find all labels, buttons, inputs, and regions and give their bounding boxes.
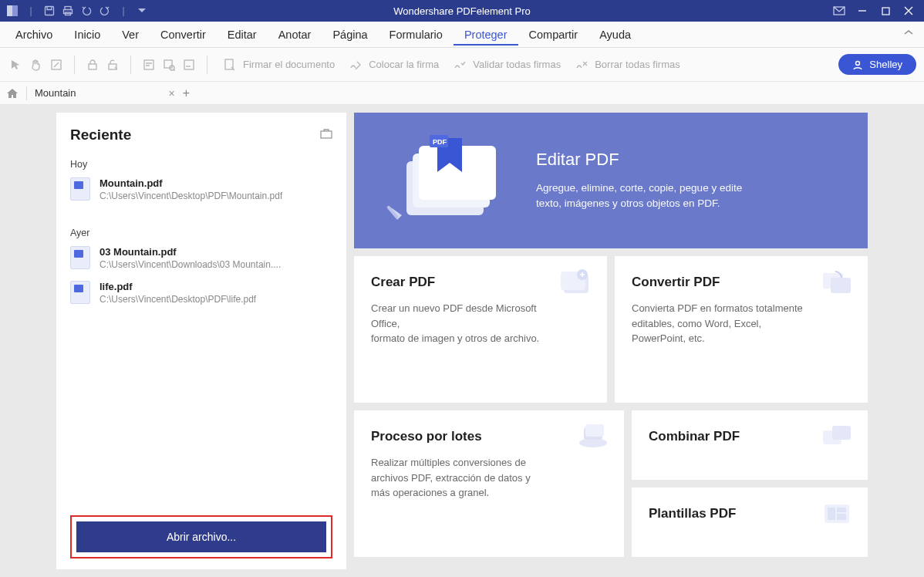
menu-formulario[interactable]: Formulario bbox=[379, 24, 454, 46]
yesterday-label: Ayer bbox=[70, 228, 332, 238]
svg-rect-33 bbox=[832, 426, 851, 440]
user-icon bbox=[852, 59, 863, 70]
svg-rect-31 bbox=[585, 424, 604, 437]
menu-compartir[interactable]: Compartir bbox=[518, 24, 589, 46]
menu-archivo[interactable]: Archivo bbox=[5, 24, 63, 46]
menu-pagina[interactable]: Página bbox=[322, 24, 378, 46]
templates-icon bbox=[820, 500, 854, 528]
new-tab-icon[interactable]: + bbox=[183, 86, 190, 100]
menu-ayuda[interactable]: Ayuda bbox=[588, 24, 642, 46]
validate-signatures-button[interactable]: Validar todas firmas bbox=[447, 56, 565, 73]
create-pdf-icon bbox=[559, 268, 593, 296]
place-signature-label: Colocar la firma bbox=[369, 59, 439, 70]
clear-label: Borrar todas firmas bbox=[595, 59, 680, 70]
menu-anotar[interactable]: Anotar bbox=[268, 24, 322, 46]
card-title: Crear PDF bbox=[371, 275, 590, 290]
convert-pdf-card[interactable]: Convertir PDF Convierta PDF en formatos … bbox=[615, 256, 868, 403]
today-label: Hoy bbox=[70, 159, 332, 170]
home-content: Reciente Hoy Mountain.pdf C:\Users\Vince… bbox=[0, 105, 924, 577]
card-title: Proceso por lotes bbox=[371, 429, 607, 444]
batch-icon bbox=[576, 423, 610, 450]
tab-close-icon[interactable]: × bbox=[168, 87, 174, 100]
recent-heading: Reciente bbox=[70, 127, 332, 143]
save-icon[interactable] bbox=[43, 5, 56, 17]
menu-inicio[interactable]: Inicio bbox=[63, 24, 111, 46]
redact-icon[interactable] bbox=[140, 56, 157, 73]
recent-file-item[interactable]: life.pdf C:\Users\Vincent\Desktop\PDF\li… bbox=[70, 281, 332, 305]
card-desc: Crear un nuevo PDF desde Microsoft Offic… bbox=[371, 301, 548, 346]
hand-tool-icon[interactable] bbox=[28, 56, 45, 73]
svg-text:PDF: PDF bbox=[433, 138, 447, 146]
recent-file-item[interactable]: 03 Mountain.pdf C:\Users\Vincent\Downloa… bbox=[70, 246, 332, 270]
menu-proteger[interactable]: Proteger bbox=[454, 24, 518, 46]
file-path: C:\Users\Vincent\Downloads\03 Mountain..… bbox=[99, 259, 281, 270]
file-path: C:\Users\Vincent\Desktop\PDF\Mountain.pd… bbox=[99, 191, 282, 201]
quick-access-dropdown-icon[interactable] bbox=[136, 5, 148, 17]
home-tab-icon[interactable] bbox=[6, 88, 19, 99]
sign-document-icon bbox=[221, 56, 238, 73]
combine-pdf-card[interactable]: Combinar PDF bbox=[632, 410, 868, 480]
tab-title: Mountain bbox=[35, 87, 76, 99]
recent-panel: Reciente Hoy Mountain.pdf C:\Users\Vince… bbox=[56, 113, 346, 569]
collapse-ribbon-icon[interactable] bbox=[904, 29, 913, 35]
combine-icon bbox=[820, 423, 854, 450]
recent-file-item[interactable]: Mountain.pdf C:\Users\Vincent\Desktop\PD… bbox=[70, 177, 332, 201]
redo-icon[interactable] bbox=[99, 5, 111, 17]
svg-point-16 bbox=[856, 61, 860, 65]
menu-ver[interactable]: Ver bbox=[111, 24, 150, 46]
validate-label: Validar todas firmas bbox=[473, 59, 561, 70]
menubar: Archivo Inicio Ver Convertir Editar Anot… bbox=[0, 22, 924, 48]
close-icon[interactable] bbox=[902, 5, 915, 17]
menu-editar[interactable]: Editar bbox=[217, 24, 268, 46]
templates-pdf-card[interactable]: Plantillas PDF bbox=[632, 488, 868, 557]
svg-rect-12 bbox=[164, 60, 172, 68]
svg-rect-37 bbox=[837, 514, 846, 520]
open-file-button[interactable]: Abrir archivo... bbox=[76, 521, 326, 552]
mail-icon[interactable] bbox=[833, 5, 845, 17]
edit-pdf-hero[interactable]: PDF Editar PDF Agregue, elimine, corte, … bbox=[354, 113, 868, 248]
app-logo-icon bbox=[6, 5, 19, 17]
maximize-icon[interactable] bbox=[879, 5, 892, 17]
create-pdf-card[interactable]: Crear PDF Crear un nuevo PDF desde Micro… bbox=[354, 256, 607, 403]
apply-redact-icon[interactable] bbox=[180, 56, 197, 73]
convert-pdf-icon bbox=[820, 268, 854, 296]
card-title: Convertir PDF bbox=[632, 275, 851, 290]
edit-tool-icon[interactable] bbox=[48, 56, 65, 73]
menu-convertir[interactable]: Convertir bbox=[150, 24, 217, 46]
sign-document-button[interactable]: Firmar el documento bbox=[217, 56, 339, 73]
svg-rect-1 bbox=[12, 5, 18, 16]
document-tab[interactable]: Mountain × bbox=[35, 87, 175, 100]
pointer-tool-icon[interactable] bbox=[8, 56, 25, 73]
svg-rect-17 bbox=[321, 131, 332, 138]
pdf-file-icon bbox=[70, 246, 90, 269]
svg-rect-11 bbox=[144, 60, 153, 69]
svg-rect-35 bbox=[828, 508, 835, 520]
titlebar: | | Wondershare PDFelement Pro bbox=[0, 0, 924, 22]
file-name: Mountain.pdf bbox=[99, 177, 282, 189]
print-icon[interactable] bbox=[62, 5, 74, 17]
lock-icon[interactable] bbox=[84, 56, 101, 73]
pdf-file-icon bbox=[70, 281, 90, 304]
place-signature-button[interactable]: Colocar la firma bbox=[342, 56, 443, 73]
edit-pdf-illustration-icon: PDF bbox=[376, 130, 514, 231]
svg-rect-7 bbox=[882, 8, 889, 15]
svg-rect-10 bbox=[109, 64, 116, 69]
unlock-icon[interactable] bbox=[104, 56, 121, 73]
pdf-file-icon bbox=[70, 177, 90, 201]
user-account-button[interactable]: Shelley bbox=[838, 54, 916, 75]
place-signature-icon bbox=[347, 56, 364, 73]
sign-document-label: Firmar el documento bbox=[243, 59, 335, 70]
undo-icon[interactable] bbox=[80, 5, 93, 17]
svg-rect-14 bbox=[184, 60, 194, 69]
file-path: C:\Users\Vincent\Desktop\PDF\life.pdf bbox=[99, 294, 256, 305]
toolbar: Firmar el documento Colocar la firma Val… bbox=[0, 48, 924, 82]
hero-title: Editar PDF bbox=[536, 150, 767, 170]
briefcase-icon[interactable] bbox=[320, 128, 332, 139]
minimize-icon[interactable] bbox=[856, 5, 868, 17]
hero-desc: Agregue, elimine, corte, copie, pegue y … bbox=[536, 181, 767, 211]
svg-rect-9 bbox=[89, 64, 96, 69]
redact-search-icon[interactable] bbox=[160, 56, 177, 73]
batch-process-card[interactable]: Proceso por lotes Realizar múltiples con… bbox=[354, 410, 624, 557]
clear-signatures-button[interactable]: Borrar todas firmas bbox=[568, 56, 685, 73]
open-file-highlight: Abrir archivo... bbox=[70, 515, 332, 558]
